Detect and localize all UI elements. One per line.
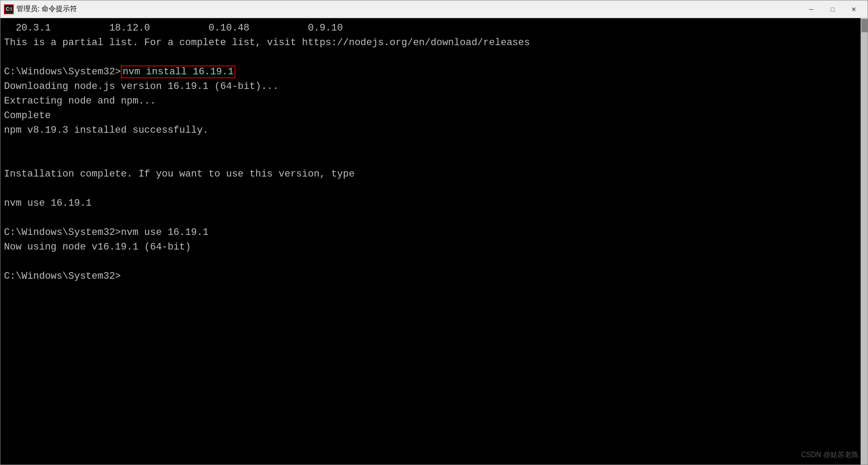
scrollbar-thumb[interactable] xyxy=(861,19,868,32)
terminal-window: C:\ 管理员: 命令提示符 ─ □ ✕ 20.3.1 18.12.0 0.10… xyxy=(0,0,868,465)
blank-line-4 xyxy=(4,181,864,196)
complete-line: Complete xyxy=(4,108,864,123)
prompt-1: C:\Windows\System32> xyxy=(4,66,121,77)
prompt-2: C:\Windows\System32> xyxy=(4,227,121,238)
window-title: 管理员: 命令提示符 xyxy=(16,4,77,14)
highlighted-command: nvm install 16.19.1 xyxy=(121,65,235,78)
use-hint-line: nvm use 16.19.1 xyxy=(4,196,864,211)
final-prompt-line: C:\Windows\System32> xyxy=(4,269,864,284)
extract-line: Extracting node and npm... xyxy=(4,94,864,108)
now-using-line: Now using node v16.19.1 (64-bit) xyxy=(4,240,864,254)
install-complete-line: Installation complete. If you want to us… xyxy=(4,167,864,181)
title-bar-left: C:\ 管理员: 命令提示符 xyxy=(4,4,77,14)
version-row: 20.3.1 18.12.0 0.10.48 0.9.10 xyxy=(4,21,864,35)
partial-list-line: This is a partial list. For a complete l… xyxy=(4,35,864,50)
npm-line: npm v8.19.3 installed successfully. xyxy=(4,123,864,138)
blank-line-3 xyxy=(4,152,864,167)
blank-line-6 xyxy=(4,254,864,269)
cmd2-text: nvm use 16.19.1 xyxy=(121,227,208,238)
cmd-icon: C:\ xyxy=(4,4,14,14)
cmd-line-1: C:\Windows\System32>nvm install 16.19.1 xyxy=(4,65,864,79)
blank-line-1 xyxy=(4,50,864,65)
terminal-body[interactable]: 20.3.1 18.12.0 0.10.48 0.9.10 This is a … xyxy=(0,18,868,465)
title-bar: C:\ 管理员: 命令提示符 ─ □ ✕ xyxy=(0,0,868,18)
download-line: Downloading node.js version 16.19.1 (64-… xyxy=(4,79,864,94)
minimize-button[interactable]: ─ xyxy=(801,2,822,16)
scrollbar[interactable] xyxy=(860,18,868,465)
watermark: CSDN @姑苏老陈 xyxy=(801,450,859,460)
maximize-button[interactable]: □ xyxy=(822,2,843,16)
cmd-line-2: C:\Windows\System32>nvm use 16.19.1 xyxy=(4,225,864,240)
blank-line-2 xyxy=(4,138,864,152)
blank-line-5 xyxy=(4,211,864,225)
title-controls: ─ □ ✕ xyxy=(801,2,864,16)
close-button[interactable]: ✕ xyxy=(844,2,864,16)
